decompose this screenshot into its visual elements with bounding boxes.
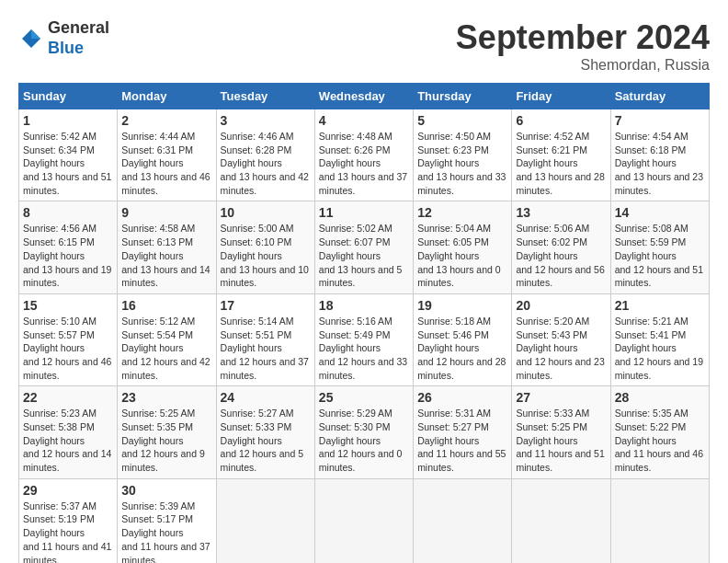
day-cell-30: 30 Sunrise: 5:39 AM Sunset: 5:17 PM Dayl… [118,478,216,563]
location: Shemordan, Russia [456,57,710,74]
day-cell-14: 14 Sunrise: 5:08 AM Sunset: 5:59 PM Dayl… [610,201,709,293]
header-row: Sunday Monday Tuesday Wednesday Thursday… [19,84,710,109]
day-info: Sunrise: 4:46 AM Sunset: 6:28 PM Dayligh… [221,130,311,197]
header-monday: Monday [118,84,216,109]
day-number: 3 [221,113,311,128]
day-info: Sunrise: 5:33 AM Sunset: 5:25 PM Dayligh… [516,407,606,474]
day-info: Sunrise: 5:39 AM Sunset: 5:17 PM Dayligh… [121,500,211,563]
day-number: 5 [417,113,507,128]
logo: General Blue [18,18,109,58]
day-number: 22 [23,390,113,405]
day-cell-6: 6 Sunrise: 4:52 AM Sunset: 6:21 PM Dayli… [512,109,610,201]
day-info: Sunrise: 5:04 AM Sunset: 6:05 PM Dayligh… [417,222,507,289]
day-info: Sunrise: 5:20 AM Sunset: 5:43 PM Dayligh… [516,315,606,382]
day-cell-25: 25 Sunrise: 5:29 AM Sunset: 5:30 PM Dayl… [314,386,413,478]
day-number: 6 [516,113,606,128]
day-number: 24 [221,390,311,405]
day-number: 17 [221,298,311,313]
day-cell-19: 19 Sunrise: 5:18 AM Sunset: 5:46 PM Dayl… [414,293,512,385]
empty-cell [216,478,314,563]
day-number: 15 [23,298,113,313]
header-thursday: Thursday [414,84,512,109]
header-tuesday: Tuesday [216,84,314,109]
day-info: Sunrise: 5:10 AM Sunset: 5:57 PM Dayligh… [23,315,113,382]
day-info: Sunrise: 5:27 AM Sunset: 5:33 PM Dayligh… [221,407,311,474]
day-number: 26 [417,390,507,405]
day-number: 9 [121,205,211,220]
header-sunday: Sunday [19,84,118,109]
day-info: Sunrise: 4:58 AM Sunset: 6:13 PM Dayligh… [121,222,211,289]
day-number: 28 [615,390,705,405]
day-info: Sunrise: 5:02 AM Sunset: 6:07 PM Dayligh… [319,222,409,289]
svg-marker-1 [31,29,40,39]
logo-icon [18,26,44,52]
day-number: 13 [516,205,606,220]
day-cell-24: 24 Sunrise: 5:27 AM Sunset: 5:33 PM Dayl… [216,386,314,478]
day-info: Sunrise: 5:18 AM Sunset: 5:46 PM Dayligh… [417,315,507,382]
day-info: Sunrise: 5:16 AM Sunset: 5:49 PM Dayligh… [319,315,409,382]
day-cell-29: 29 Sunrise: 5:37 AM Sunset: 5:19 PM Dayl… [19,478,118,563]
day-info: Sunrise: 4:54 AM Sunset: 6:18 PM Dayligh… [615,130,705,197]
day-info: Sunrise: 4:56 AM Sunset: 6:15 PM Dayligh… [23,222,113,289]
day-cell-17: 17 Sunrise: 5:14 AM Sunset: 5:51 PM Dayl… [216,293,314,385]
empty-cell [414,478,512,563]
day-number: 11 [319,205,409,220]
day-info: Sunrise: 5:00 AM Sunset: 6:10 PM Dayligh… [221,222,311,289]
day-number: 1 [23,113,113,128]
week-row-4: 22 Sunrise: 5:23 AM Sunset: 5:38 PM Dayl… [19,386,710,478]
day-cell-5: 5 Sunrise: 4:50 AM Sunset: 6:23 PM Dayli… [414,109,512,201]
day-info: Sunrise: 5:37 AM Sunset: 5:19 PM Dayligh… [23,500,113,563]
day-number: 8 [23,205,113,220]
week-row-1: 1 Sunrise: 5:42 AM Sunset: 6:34 PM Dayli… [19,109,710,201]
day-cell-4: 4 Sunrise: 4:48 AM Sunset: 6:26 PM Dayli… [314,109,413,201]
day-number: 12 [417,205,507,220]
header-saturday: Saturday [610,84,709,109]
day-info: Sunrise: 5:31 AM Sunset: 5:27 PM Dayligh… [417,407,507,474]
logo-blue-text: Blue [48,39,84,57]
day-cell-13: 13 Sunrise: 5:06 AM Sunset: 6:02 PM Dayl… [512,201,610,293]
day-info: Sunrise: 4:44 AM Sunset: 6:31 PM Dayligh… [121,130,211,197]
day-cell-27: 27 Sunrise: 5:33 AM Sunset: 5:25 PM Dayl… [512,386,610,478]
day-number: 20 [516,298,606,313]
day-info: Sunrise: 4:52 AM Sunset: 6:21 PM Dayligh… [516,130,606,197]
day-cell-11: 11 Sunrise: 5:02 AM Sunset: 6:07 PM Dayl… [314,201,413,293]
day-number: 18 [319,298,409,313]
day-cell-23: 23 Sunrise: 5:25 AM Sunset: 5:35 PM Dayl… [118,386,216,478]
day-number: 19 [417,298,507,313]
day-number: 2 [121,113,211,128]
day-number: 16 [121,298,211,313]
day-cell-21: 21 Sunrise: 5:21 AM Sunset: 5:41 PM Dayl… [610,293,709,385]
day-number: 25 [319,390,409,405]
day-info: Sunrise: 4:50 AM Sunset: 6:23 PM Dayligh… [417,130,507,197]
day-number: 30 [121,483,211,498]
day-cell-15: 15 Sunrise: 5:10 AM Sunset: 5:57 PM Dayl… [19,293,118,385]
day-info: Sunrise: 5:29 AM Sunset: 5:30 PM Dayligh… [319,407,409,474]
day-info: Sunrise: 4:48 AM Sunset: 6:26 PM Dayligh… [319,130,409,197]
day-cell-16: 16 Sunrise: 5:12 AM Sunset: 5:54 PM Dayl… [118,293,216,385]
header-wednesday: Wednesday [314,84,413,109]
day-cell-26: 26 Sunrise: 5:31 AM Sunset: 5:27 PM Dayl… [414,386,512,478]
day-cell-9: 9 Sunrise: 4:58 AM Sunset: 6:13 PM Dayli… [118,201,216,293]
week-row-5: 29 Sunrise: 5:37 AM Sunset: 5:19 PM Dayl… [19,478,710,563]
empty-cell [610,478,709,563]
day-info: Sunrise: 5:42 AM Sunset: 6:34 PM Dayligh… [23,130,113,197]
day-cell-7: 7 Sunrise: 4:54 AM Sunset: 6:18 PM Dayli… [610,109,709,201]
day-cell-8: 8 Sunrise: 4:56 AM Sunset: 6:15 PM Dayli… [19,201,118,293]
day-info: Sunrise: 5:23 AM Sunset: 5:38 PM Dayligh… [23,407,113,474]
day-info: Sunrise: 5:14 AM Sunset: 5:51 PM Dayligh… [221,315,311,382]
day-cell-22: 22 Sunrise: 5:23 AM Sunset: 5:38 PM Dayl… [19,386,118,478]
day-cell-2: 2 Sunrise: 4:44 AM Sunset: 6:31 PM Dayli… [118,109,216,201]
day-cell-12: 12 Sunrise: 5:04 AM Sunset: 6:05 PM Dayl… [414,201,512,293]
day-cell-20: 20 Sunrise: 5:20 AM Sunset: 5:43 PM Dayl… [512,293,610,385]
empty-cell [512,478,610,563]
empty-cell [314,478,413,563]
week-row-2: 8 Sunrise: 4:56 AM Sunset: 6:15 PM Dayli… [19,201,710,293]
week-row-3: 15 Sunrise: 5:10 AM Sunset: 5:57 PM Dayl… [19,293,710,385]
day-info: Sunrise: 5:35 AM Sunset: 5:22 PM Dayligh… [615,407,705,474]
day-number: 29 [23,483,113,498]
logo-general-text: General [48,18,109,37]
day-info: Sunrise: 5:25 AM Sunset: 5:35 PM Dayligh… [121,407,211,474]
day-info: Sunrise: 5:21 AM Sunset: 5:41 PM Dayligh… [615,315,705,382]
month-title: September 2024 [456,18,710,57]
day-cell-10: 10 Sunrise: 5:00 AM Sunset: 6:10 PM Dayl… [216,201,314,293]
